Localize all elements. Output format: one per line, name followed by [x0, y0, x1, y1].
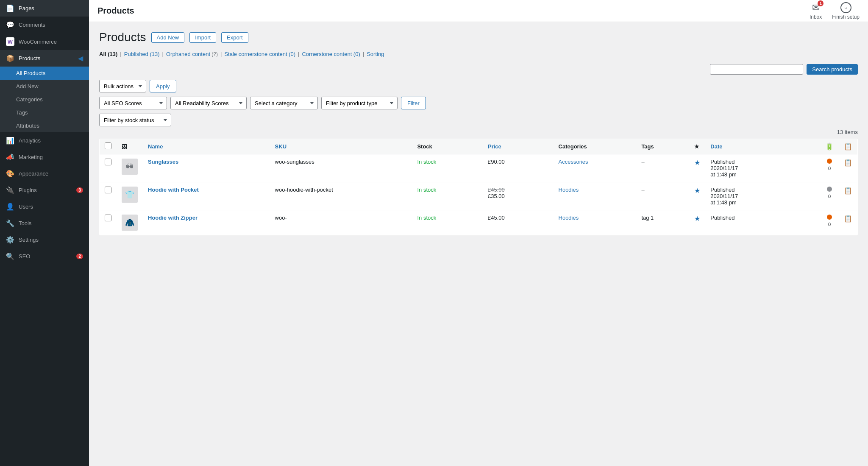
product-category-sunglasses[interactable]: Accessories — [559, 159, 588, 165]
product-name-sunglasses[interactable]: Sunglasses — [148, 159, 178, 165]
sidebar-item-tools[interactable]: 🔧 Tools — [0, 215, 89, 232]
sidebar-label-comments: Comments — [19, 22, 83, 28]
users-icon: 👤 — [6, 203, 14, 211]
topbar-actions: ✉ 1 Inbox ○ Finish setup — [810, 2, 860, 20]
featured-star-hoodie-pocket[interactable]: ★ — [694, 187, 700, 194]
col-header-categories: Categories — [554, 139, 637, 154]
main-content: Products ✉ 1 Inbox ○ Finish setup Produc… — [89, 0, 868, 466]
product-stock-hoodie-zipper: In stock — [417, 215, 436, 221]
actions-row: Bulk actions Apply — [99, 80, 858, 92]
filter-button[interactable]: Filter — [401, 97, 426, 109]
sidebar-item-products[interactable]: 📦 Products ◀ — [0, 50, 89, 67]
seo-count-sunglasses: 0 — [828, 166, 831, 171]
product-sku-hoodie-pocket: woo-hoodie-with-pocket — [275, 187, 333, 193]
page-title: Products — [99, 31, 146, 44]
tools-icon: 🔧 — [6, 219, 14, 227]
product-thumbnail-sunglasses: 🕶 — [122, 159, 138, 175]
sidebar-item-users[interactable]: 👤 Users — [0, 198, 89, 215]
product-name-hoodie-zipper[interactable]: Hoodie with Zipper — [148, 215, 198, 221]
featured-star-sunglasses[interactable]: ★ — [694, 159, 700, 166]
col-header-thumb: 🖼 — [117, 139, 143, 154]
product-category-hoodie-pocket[interactable]: Hoodies — [559, 187, 579, 193]
product-name-hoodie-pocket[interactable]: Hoodie with Pocket — [148, 187, 199, 193]
col-header-name[interactable]: Name — [143, 139, 270, 154]
page-heading: Products Add New Import Export — [99, 31, 858, 44]
product-tags-hoodie-pocket: – — [636, 182, 689, 210]
featured-star-hoodie-zipper[interactable]: ★ — [694, 215, 700, 222]
sidebar-item-woocommerce[interactable]: W WooCommerce — [0, 33, 89, 50]
filter-published[interactable]: Published (13) — [124, 51, 160, 57]
filter-stale[interactable]: Stale cornerstone content (0) — [224, 51, 295, 57]
sidebar-label-analytics: Analytics — [19, 137, 83, 144]
apply-button[interactable]: Apply — [150, 80, 176, 92]
sidebar-label-settings: Settings — [19, 237, 83, 243]
search-button[interactable]: Search products — [807, 64, 858, 75]
product-type-select[interactable]: Filter by product type — [321, 97, 398, 109]
stock-status-select[interactable]: Filter by stock status — [99, 114, 171, 126]
category-select[interactable]: Select a category — [250, 97, 318, 109]
seo-scores-select[interactable]: All SEO Scores — [99, 97, 167, 109]
filter-cornerstone[interactable]: Cornerstone content (0) — [302, 51, 360, 57]
product-date-hoodie-pocket: Published 2020/11/17 at 1:48 pm — [710, 187, 738, 206]
inbox-button[interactable]: ✉ 1 Inbox — [810, 2, 822, 20]
product-thumbnail-hoodie-pocket: 👕 — [122, 187, 138, 203]
sidebar-item-pages[interactable]: 📄 Pages — [0, 0, 89, 17]
export-button[interactable]: Export — [221, 32, 248, 43]
sidebar-item-categories[interactable]: Categories — [0, 93, 89, 106]
filter-sorting[interactable]: Sorting — [367, 51, 384, 57]
sidebar-label-add-new: Add New — [16, 83, 83, 89]
add-new-button[interactable]: Add New — [151, 32, 185, 43]
sidebar-item-marketing[interactable]: 📣 Marketing — [0, 149, 89, 165]
sidebar-item-analytics[interactable]: 📊 Analytics — [0, 132, 89, 149]
plugins-badge: 3 — [76, 187, 83, 193]
row-checkbox-sunglasses[interactable] — [105, 159, 111, 165]
sidebar-item-appearance[interactable]: 🎨 Appearance — [0, 165, 89, 182]
product-tags-hoodie-zipper: tag 1 — [636, 210, 689, 235]
sidebar-label-attributes: Attributes — [16, 123, 83, 129]
filter-all[interactable]: All (13) — [99, 51, 117, 57]
row-checkbox-hoodie-zipper[interactable] — [105, 215, 111, 221]
table-row: 🧥 Hoodie with Zipper woo- In stock £45.0… — [100, 210, 858, 235]
products-table: 🖼 Name SKU Stock Price Categories Tags ★… — [99, 139, 858, 235]
sidebar-item-plugins[interactable]: 🔌 Plugins 3 — [0, 182, 89, 198]
products-submenu: All Products Add New Categories Tags Att… — [0, 67, 89, 132]
readability-select[interactable]: All Readability Scores — [170, 97, 247, 109]
sidebar: 📄 Pages 💬 Comments W WooCommerce 📦 Produ… — [0, 0, 89, 466]
copy-button-hoodie-pocket[interactable]: 📋 — [844, 187, 852, 194]
product-sku-sunglasses: woo-sunglasses — [270, 154, 412, 182]
sidebar-item-add-new[interactable]: Add New — [0, 80, 89, 93]
import-button[interactable]: Import — [189, 32, 216, 43]
copy-button-sunglasses[interactable]: 📋 — [844, 159, 852, 166]
product-date-hoodie-zipper: Published — [710, 215, 734, 221]
sidebar-label-woo: WooCommerce — [19, 39, 83, 45]
copy-button-hoodie-zipper[interactable]: 📋 — [844, 215, 852, 222]
filter-links: All (13) | Published (13) | Orphaned con… — [99, 51, 858, 57]
comments-icon: 💬 — [6, 21, 14, 29]
sidebar-label-tools: Tools — [19, 220, 83, 226]
col-header-price[interactable]: Price — [483, 139, 554, 154]
sidebar-label-plugins: Plugins — [19, 187, 72, 193]
sidebar-item-seo[interactable]: 🔍 SEO 2 — [0, 248, 89, 265]
sidebar-item-attributes[interactable]: Attributes — [0, 119, 89, 132]
sidebar-item-all-products[interactable]: All Products — [0, 67, 89, 80]
bulk-actions-select[interactable]: Bulk actions — [99, 80, 146, 92]
sidebar-item-settings[interactable]: ⚙️ Settings — [0, 232, 89, 248]
products-icon: 📦 — [6, 54, 14, 62]
settings-icon: ⚙️ — [6, 236, 14, 244]
product-category-hoodie-zipper[interactable]: Hoodies — [559, 215, 579, 221]
pages-icon: 📄 — [6, 4, 14, 12]
finish-setup-button[interactable]: ○ Finish setup — [832, 2, 860, 20]
col-header-featured: ★ — [689, 139, 705, 154]
row-checkbox-hoodie-pocket[interactable] — [105, 187, 111, 193]
filter-orphaned[interactable]: Orphaned content — [166, 51, 210, 57]
topbar: Products ✉ 1 Inbox ○ Finish setup — [89, 0, 868, 22]
topbar-title: Products — [97, 6, 134, 16]
search-input[interactable] — [710, 64, 803, 75]
sidebar-item-tags[interactable]: Tags — [0, 106, 89, 119]
col-header-date[interactable]: Date — [705, 139, 820, 154]
col-header-tags: Tags — [636, 139, 689, 154]
col-header-sku[interactable]: SKU — [270, 139, 412, 154]
select-all-checkbox[interactable] — [105, 142, 111, 149]
product-price-sale-hoodie-pocket: £35.00 — [488, 193, 505, 199]
sidebar-item-comments[interactable]: 💬 Comments — [0, 17, 89, 33]
